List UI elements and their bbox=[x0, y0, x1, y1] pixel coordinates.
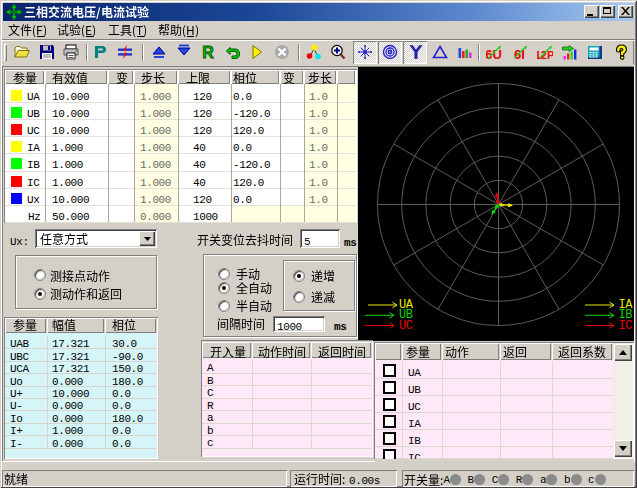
svg-text:R: R bbox=[202, 44, 214, 60]
svg-text:12P: 12P bbox=[537, 49, 553, 60]
